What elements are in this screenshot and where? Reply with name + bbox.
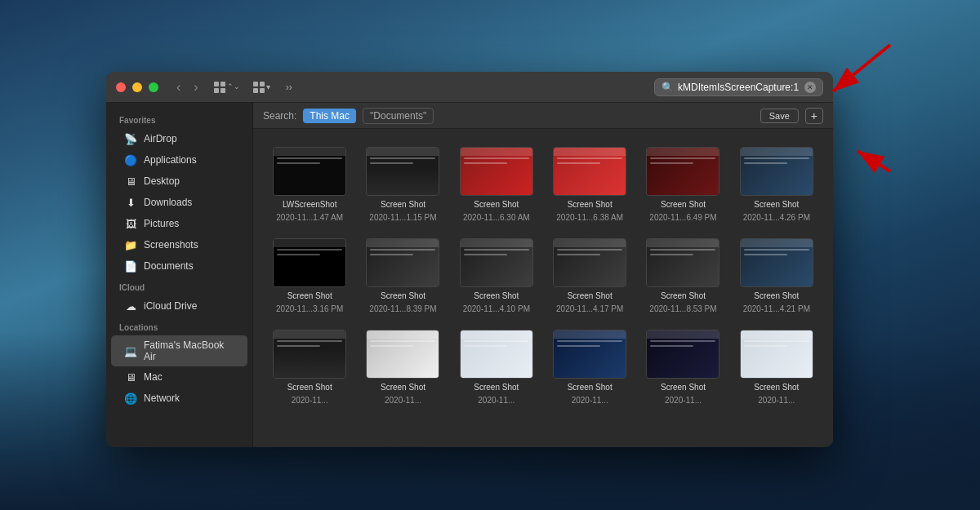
file-item[interactable]: Screen Shot 2020-11...8.39 PM bbox=[359, 233, 446, 318]
thumb-bar bbox=[741, 330, 813, 339]
thumb-bar bbox=[647, 330, 719, 339]
file-thumbnail bbox=[646, 330, 719, 379]
thumb-line bbox=[277, 340, 342, 342]
thumb-line bbox=[277, 249, 342, 251]
thumb-bar bbox=[274, 330, 345, 339]
thumb-content bbox=[367, 239, 439, 286]
sidebar-item-documents[interactable]: 📄 Documents bbox=[111, 255, 247, 277]
thumb-content bbox=[554, 330, 626, 378]
locations-label: Locations bbox=[106, 317, 252, 335]
scope-documents-button[interactable]: "Documents" bbox=[363, 108, 434, 124]
thumb-line bbox=[370, 345, 413, 347]
file-item[interactable]: Screen Shot 2020-11...8.53 PM bbox=[639, 233, 726, 318]
thumb-content bbox=[554, 239, 626, 286]
gallery-chevron: ▾ bbox=[266, 82, 270, 91]
screenshots-label: Screenshots bbox=[144, 239, 198, 251]
thumb-line bbox=[370, 162, 413, 164]
file-item[interactable]: Screen Shot 2020-11...4.26 PM bbox=[733, 142, 820, 227]
thumb-content bbox=[461, 239, 532, 286]
sidebar-item-icloud[interactable]: ☁ iCloud Drive bbox=[111, 295, 247, 317]
file-item[interactable]: Screen Shot 2020-11...6.30 AM bbox=[453, 142, 540, 227]
sidebar-item-macbook[interactable]: 💻 Fatima's MacBook Air bbox=[111, 335, 247, 366]
finder-window: ‹ › ⌃⌄ ▾ ›› 🔍 ✕ bbox=[106, 72, 833, 447]
close-button[interactable] bbox=[116, 82, 126, 92]
file-item[interactable]: Screen Shot 2020-11...6.49 PM bbox=[639, 142, 726, 227]
thumb-content bbox=[647, 148, 719, 195]
thumb-content bbox=[741, 148, 813, 195]
file-date: 2020-11... bbox=[758, 396, 795, 405]
file-item[interactable]: Screen Shot 2020-11... bbox=[359, 325, 446, 410]
file-item[interactable]: Screen Shot 2020-11... bbox=[453, 325, 540, 410]
minimize-button[interactable] bbox=[132, 82, 142, 92]
file-name: Screen Shot bbox=[661, 382, 706, 392]
more-button[interactable]: ›› bbox=[281, 79, 297, 95]
view-controls: ⌃⌄ ▾ bbox=[210, 79, 274, 95]
thumb-line bbox=[744, 340, 809, 342]
file-item[interactable]: Screen Shot 2020-11...3.16 PM bbox=[266, 233, 353, 318]
thumb-line bbox=[650, 340, 715, 342]
thumb-bar bbox=[367, 148, 439, 156]
file-thumbnail bbox=[460, 330, 533, 379]
file-date: 2020-11... bbox=[478, 396, 514, 405]
file-date: 2020-11...4.21 PM bbox=[743, 304, 810, 313]
sidebar-item-desktop[interactable]: 🖥 Desktop bbox=[111, 171, 247, 192]
save-button[interactable]: Save bbox=[760, 109, 799, 123]
airdrop-icon: 📡 bbox=[124, 132, 137, 145]
sidebar-item-airdrop[interactable]: 📡 AirDrop bbox=[111, 128, 247, 149]
thumb-line bbox=[744, 162, 787, 164]
content-area: Favorites 📡 AirDrop 🔵 Applications 🖥 Des… bbox=[106, 103, 833, 447]
scope-this-mac-button[interactable]: This Mac bbox=[303, 109, 356, 123]
file-thumbnail bbox=[553, 238, 626, 287]
mac-icon: 🖥 bbox=[124, 370, 137, 384]
search-scope-bar: Search: This Mac "Documents" Save + bbox=[253, 103, 833, 129]
sidebar-item-downloads[interactable]: ⬇ Downloads bbox=[111, 192, 247, 213]
thumb-line bbox=[370, 254, 413, 255]
thumb-content bbox=[647, 330, 719, 378]
applications-icon: 🔵 bbox=[124, 153, 137, 166]
file-date: 2020-11...6.49 PM bbox=[649, 213, 716, 222]
downloads-label: Downloads bbox=[144, 197, 192, 208]
file-item[interactable]: Screen Shot 2020-11...4.10 PM bbox=[453, 233, 540, 318]
search-input[interactable] bbox=[678, 82, 800, 93]
icon-view-button[interactable]: ⌃⌄ bbox=[210, 79, 244, 95]
file-thumbnail bbox=[646, 238, 719, 287]
gallery-view-button[interactable]: ▾ bbox=[249, 79, 274, 95]
sidebar-item-network[interactable]: 🌐 Network bbox=[111, 388, 247, 409]
file-thumbnail bbox=[740, 238, 813, 287]
file-name: Screen Shot bbox=[754, 382, 799, 392]
file-item[interactable]: Screen Shot 2020-11... bbox=[546, 325, 633, 410]
airdrop-label: AirDrop bbox=[144, 133, 177, 144]
sidebar-item-screenshots[interactable]: 📁 Screenshots bbox=[111, 234, 247, 255]
add-criteria-button[interactable]: + bbox=[805, 108, 823, 124]
macbook-label: Fatima's MacBook Air bbox=[144, 339, 234, 362]
file-item[interactable]: Screen Shot 2020-11... bbox=[266, 325, 353, 410]
file-thumbnail bbox=[273, 238, 346, 287]
file-item[interactable]: Screen Shot 2020-11...6.38 AM bbox=[546, 142, 633, 227]
file-name: Screen Shot bbox=[568, 199, 612, 210]
file-item[interactable]: Screen Shot 2020-11...4.17 PM bbox=[546, 233, 633, 318]
grid-icon bbox=[214, 82, 225, 93]
file-name: Screen Shot bbox=[381, 199, 425, 210]
thumb-line bbox=[650, 254, 693, 255]
thumb-line bbox=[277, 162, 320, 164]
forward-button[interactable]: › bbox=[189, 78, 203, 96]
sidebar-item-mac[interactable]: 🖥 Mac bbox=[111, 366, 247, 388]
file-item[interactable]: Screen Shot 2020-11...4.21 PM bbox=[733, 233, 820, 318]
thumb-line bbox=[464, 157, 529, 159]
maximize-button[interactable] bbox=[149, 82, 158, 92]
search-clear-button[interactable]: ✕ bbox=[804, 82, 816, 93]
file-item[interactable]: Screen Shot 2020-11... bbox=[639, 325, 726, 410]
sidebar-item-applications[interactable]: 🔵 Applications bbox=[111, 149, 247, 171]
file-item[interactable]: LWScreenShot 2020-11...1.47 AM bbox=[266, 142, 353, 227]
mac-label: Mac bbox=[144, 371, 163, 383]
back-button[interactable]: ‹ bbox=[172, 78, 185, 96]
search-bar[interactable]: 🔍 ✕ bbox=[654, 78, 823, 96]
sidebar-item-pictures[interactable]: 🖼 Pictures bbox=[111, 213, 247, 234]
thumb-bar bbox=[554, 239, 626, 247]
thumb-bar bbox=[461, 239, 532, 247]
view-chevron: ⌃⌄ bbox=[227, 83, 240, 91]
thumb-line bbox=[277, 345, 320, 347]
thumb-line bbox=[370, 340, 435, 342]
file-item[interactable]: Screen Shot 2020-11... bbox=[733, 325, 820, 410]
file-item[interactable]: Screen Shot 2020-11...1.15 PM bbox=[359, 142, 446, 227]
